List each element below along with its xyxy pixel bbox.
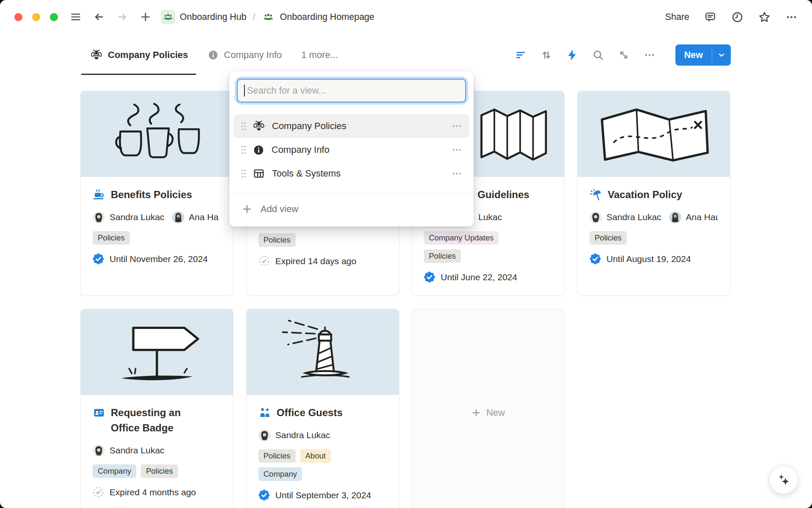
person-name: Ana Hau xyxy=(686,212,718,222)
card-benefits-policies[interactable]: Benefits Policies Sandra Lukac Ana Ha Po… xyxy=(80,91,233,296)
chevron-down-icon xyxy=(716,50,727,60)
folded-panels-illustration xyxy=(476,100,554,168)
sidebar-toggle-button[interactable] xyxy=(70,11,82,23)
zoom-window-button[interactable] xyxy=(50,13,58,21)
drag-handle[interactable] xyxy=(240,121,247,132)
two-people-icon xyxy=(258,406,271,419)
avatar xyxy=(258,429,271,442)
card-cover xyxy=(81,309,233,395)
person-name: Lukac xyxy=(478,212,502,222)
clock-icon xyxy=(731,11,743,23)
view-option-company-policies[interactable]: Company Policies xyxy=(233,114,469,138)
titlebar: Onboarding Hub / Onboarding Homepage Sha… xyxy=(0,0,812,34)
card-title: Guidelines xyxy=(477,187,529,202)
expand-view-button[interactable] xyxy=(618,49,630,61)
card-title: Vacation Policy xyxy=(608,187,682,202)
star-icon xyxy=(758,11,771,23)
tag: About xyxy=(300,449,331,463)
person-name: Ana Ha xyxy=(189,212,219,222)
favorite-button[interactable] xyxy=(758,11,771,23)
add-view-label: Add view xyxy=(261,204,298,215)
breadcrumb-separator: / xyxy=(253,12,255,22)
comments-button[interactable] xyxy=(704,11,716,23)
view-option-menu-button[interactable] xyxy=(450,144,463,156)
notion-ai-button[interactable] xyxy=(769,465,798,494)
comment-icon xyxy=(704,11,716,23)
share-button[interactable]: Share xyxy=(665,12,689,22)
avatar xyxy=(590,211,602,224)
new-button[interactable]: New xyxy=(675,44,712,66)
add-new-page-card[interactable]: New xyxy=(411,309,565,508)
minimize-window-button[interactable] xyxy=(32,13,40,21)
status-text: Expired 14 days ago xyxy=(275,256,356,266)
automations-button[interactable] xyxy=(566,49,578,61)
status-text: Until August 19, 2024 xyxy=(606,254,691,264)
view-option-menu-button[interactable] xyxy=(450,120,463,133)
sort-arrows-icon xyxy=(540,49,552,61)
view-switcher-dropdown: Company Policies Company Info Tools & Sy… xyxy=(229,71,474,226)
tag: Policies xyxy=(424,249,461,263)
status-text: Until November 26, 2024 xyxy=(110,254,208,264)
tab-more-views[interactable]: 1 more... xyxy=(301,34,338,76)
drag-handle[interactable] xyxy=(240,144,247,155)
signpost-illustration xyxy=(100,318,214,387)
status-text: Expired 4 months ago xyxy=(110,487,196,497)
tab-company-policies[interactable]: Company Policies xyxy=(91,34,188,76)
avatar xyxy=(93,211,105,224)
page-people-icon xyxy=(262,10,275,24)
breadcrumb-page[interactable]: Onboarding Homepage xyxy=(280,12,375,22)
view-options-button[interactable] xyxy=(644,49,656,61)
add-view-button[interactable]: Add view xyxy=(229,197,474,221)
plus-icon xyxy=(471,408,481,418)
person-name: Sandra Lukac xyxy=(275,430,330,440)
view-option-label: Company Policies xyxy=(272,121,450,132)
more-options-button[interactable] xyxy=(785,11,798,23)
drag-handle[interactable] xyxy=(240,168,247,179)
tag: Company xyxy=(93,464,136,478)
card-title: Benefits Policies xyxy=(111,187,192,202)
info-icon xyxy=(208,50,219,61)
close-window-button[interactable] xyxy=(14,13,22,21)
card-title: Requesting an Office Badge xyxy=(111,405,184,436)
view-option-menu-button[interactable] xyxy=(450,167,463,180)
breadcrumb-workspace[interactable]: Onboarding Hub xyxy=(180,12,247,22)
search-button[interactable] xyxy=(592,49,604,61)
new-card-label: New xyxy=(486,407,505,418)
view-search-input[interactable] xyxy=(237,79,466,102)
tab-company-info[interactable]: Company Info xyxy=(208,34,282,76)
text-cursor xyxy=(244,85,245,97)
card-requesting-office-badge[interactable]: Requesting an Office Badge Sandra Lukac … xyxy=(80,309,233,508)
tag: Policies xyxy=(590,231,627,245)
notion-window: Onboarding Hub / Onboarding Homepage Sha… xyxy=(0,0,812,508)
back-button[interactable] xyxy=(93,11,105,23)
plus-icon xyxy=(241,204,252,215)
filter-button[interactable] xyxy=(515,49,527,61)
bee-icon xyxy=(91,49,102,61)
view-option-tools-systems[interactable]: Tools & Systems xyxy=(233,162,469,185)
tag: Policies xyxy=(258,233,296,247)
tag: Policies xyxy=(93,231,130,245)
new-button-dropdown[interactable] xyxy=(712,44,731,66)
person-name: Sandra Lukac xyxy=(110,445,165,456)
sparkles-icon xyxy=(776,472,791,487)
ellipsis-icon xyxy=(644,49,656,61)
id-badge-icon xyxy=(93,406,105,419)
forward-button[interactable] xyxy=(116,11,128,23)
view-option-company-info[interactable]: Company Info xyxy=(233,138,469,162)
tag: Company Updates xyxy=(424,231,499,245)
plus-icon xyxy=(140,11,151,23)
sort-button[interactable] xyxy=(540,49,552,61)
expired-dashed-check-icon xyxy=(93,486,104,498)
new-tab-button[interactable] xyxy=(140,11,151,23)
verified-check-icon xyxy=(258,489,270,501)
verified-check-icon xyxy=(590,253,601,265)
card-office-guests[interactable]: Office Guests Sandra Lukac Policies Abou… xyxy=(246,309,399,508)
lighthouse-illustration xyxy=(263,318,382,387)
window-controls xyxy=(14,13,58,21)
card-vacation-policy[interactable]: Vacation Policy Sandra Lukac Ana Hau Pol… xyxy=(577,91,730,296)
updates-button[interactable] xyxy=(731,11,743,23)
tag: Company xyxy=(258,467,302,481)
card-title: Office Guests xyxy=(277,405,343,420)
ellipsis-icon xyxy=(785,11,798,23)
bee-icon xyxy=(253,120,265,132)
